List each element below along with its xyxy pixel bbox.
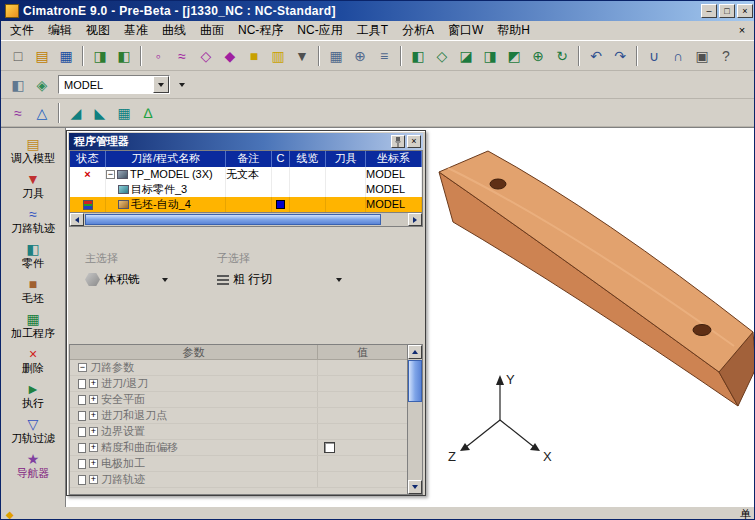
- transparency-icon[interactable]: ◨: [479, 45, 501, 67]
- filter-dropdown-icon[interactable]: ▼: [291, 45, 313, 67]
- ucs-icon[interactable]: ∪: [643, 45, 665, 67]
- menu-analysis[interactable]: 分析A: [395, 20, 441, 41]
- export-icon[interactable]: ◧: [113, 45, 135, 67]
- table-row[interactable]: 毛坯-自动_4MODEL: [70, 197, 422, 212]
- pick-solid-icon[interactable]: ◆: [219, 45, 241, 67]
- chevron-down-icon[interactable]: [153, 76, 169, 93]
- model-hole-right[interactable]: [693, 325, 711, 336]
- expand-icon[interactable]: +: [89, 443, 98, 452]
- sidebar-item-toolpath[interactable]: ≈刀路轨迹: [2, 206, 64, 235]
- column-header-0[interactable]: 状态: [70, 151, 106, 167]
- open-icon[interactable]: ▤: [31, 45, 53, 67]
- param-row[interactable]: +进刀/退刀: [70, 376, 422, 392]
- expand-icon[interactable]: +: [89, 475, 98, 484]
- param-checkbox[interactable]: [324, 442, 335, 453]
- menu-surface[interactable]: 曲面: [193, 20, 231, 41]
- scroll-up-button[interactable]: [408, 345, 422, 359]
- shaded-view-icon[interactable]: ◧: [407, 45, 429, 67]
- zoom-fit-icon[interactable]: ⊕: [527, 45, 549, 67]
- sidebar-item-delete[interactable]: ×删除: [2, 346, 64, 375]
- snap-icon[interactable]: ⊕: [349, 45, 371, 67]
- column-header-4[interactable]: 线览: [290, 151, 326, 167]
- coordinate-list-dropdown[interactable]: [171, 74, 193, 96]
- pick-surface-icon[interactable]: ◇: [195, 45, 217, 67]
- sidebar-item-stock[interactable]: ■毛坯: [2, 276, 64, 305]
- measure-icon[interactable]: ≡: [373, 45, 395, 67]
- sidebar-item-part[interactable]: ◧零件: [2, 241, 64, 270]
- sub-selection-value[interactable]: 粗 行切: [217, 271, 346, 288]
- param-row[interactable]: +精度和曲面偏移: [70, 440, 422, 456]
- menu-edit[interactable]: 编辑: [41, 20, 79, 41]
- scroll-left-button[interactable]: [70, 213, 84, 226]
- expand-icon[interactable]: +: [89, 395, 98, 404]
- sidebar-item-tool[interactable]: ▼刀具: [2, 171, 64, 200]
- pick-curve-icon[interactable]: ≈: [171, 45, 193, 67]
- vertical-scrollbar[interactable]: [407, 345, 422, 494]
- scroll-down-button[interactable]: [408, 480, 422, 494]
- pick-layer-icon[interactable]: ▥: [267, 45, 289, 67]
- sidebar-item-execute[interactable]: ►执行: [2, 381, 64, 410]
- expand-icon[interactable]: +: [89, 427, 98, 436]
- menu-window[interactable]: 窗口W: [441, 20, 490, 41]
- scroll-right-button[interactable]: [408, 213, 422, 226]
- import-icon[interactable]: ◨: [89, 45, 111, 67]
- expand-icon[interactable]: +: [89, 411, 98, 420]
- sidebar-item-machining-program[interactable]: ▦加工程序: [2, 311, 64, 340]
- panel-title-bar[interactable]: 程序管理器 ×: [69, 133, 423, 150]
- column-header-2[interactable]: 备注: [226, 151, 272, 167]
- menu-nc-application[interactable]: NC-应用: [290, 20, 349, 41]
- close-button[interactable]: ×: [737, 4, 753, 18]
- menu-curve[interactable]: 曲线: [155, 20, 193, 41]
- save-icon[interactable]: ▦: [55, 45, 77, 67]
- table-row[interactable]: ×−TP_MODEL (3X)无文本MODEL: [70, 167, 422, 182]
- horizontal-scrollbar[interactable]: [70, 212, 422, 226]
- menu-help[interactable]: 帮助H: [490, 20, 537, 41]
- menu-datum[interactable]: 基准: [117, 20, 155, 41]
- menu-view[interactable]: 视图: [79, 20, 117, 41]
- table-row[interactable]: 目标零件_3MODEL: [70, 182, 422, 197]
- panel-close-button[interactable]: ×: [407, 135, 421, 148]
- menu-tools[interactable]: 工具T: [350, 20, 395, 41]
- trim-surface-icon[interactable]: ◣: [89, 102, 111, 124]
- section-view-icon[interactable]: ◩: [503, 45, 525, 67]
- new-icon[interactable]: □: [7, 45, 29, 67]
- param-row[interactable]: +进刀和退刀点: [70, 408, 422, 424]
- sidebar-item-toolpath-filter[interactable]: ▽刀轨过滤: [2, 416, 64, 445]
- column-header-5[interactable]: 刀具: [326, 151, 366, 167]
- primary-selection-value[interactable]: 体积铣: [85, 271, 172, 288]
- wireframe-view-icon[interactable]: ◇: [431, 45, 453, 67]
- rotate-view-icon[interactable]: ↻: [551, 45, 573, 67]
- chevron-down-icon[interactable]: [332, 273, 346, 287]
- redo-icon[interactable]: ↷: [609, 45, 631, 67]
- expand-icon[interactable]: +: [89, 459, 98, 468]
- param-row[interactable]: −刀路参数: [70, 360, 422, 376]
- dimension-icon[interactable]: △: [31, 102, 53, 124]
- screen-display-icon[interactable]: ◧: [7, 74, 29, 96]
- param-row[interactable]: +刀路轨迹: [70, 472, 422, 488]
- normal-icon[interactable]: ∆: [137, 102, 159, 124]
- coordinate-system-combo[interactable]: MODEL: [58, 75, 170, 94]
- model-hole-left[interactable]: [490, 179, 506, 189]
- collapse-icon[interactable]: −: [78, 363, 87, 372]
- sidebar-item-load-model[interactable]: ▤调入模型: [2, 136, 64, 165]
- menu-nc-program[interactable]: NC-程序: [231, 20, 290, 41]
- grid-icon[interactable]: ▦: [325, 45, 347, 67]
- param-row[interactable]: +电极加工: [70, 456, 422, 472]
- column-header-3[interactable]: C: [272, 151, 290, 167]
- cascade-icon[interactable]: ▣: [691, 45, 713, 67]
- menu-file[interactable]: 文件: [3, 20, 41, 41]
- sketch-icon[interactable]: ≈: [7, 102, 29, 124]
- title-bar[interactable]: CimatronE 9.0 - Pre-Beta - [j1330_NC : N…: [1, 1, 755, 21]
- pick-point-icon[interactable]: ◦: [147, 45, 169, 67]
- expand-icon[interactable]: +: [89, 379, 98, 388]
- param-row[interactable]: +边界设置: [70, 424, 422, 440]
- model-top-face[interactable]: [439, 151, 753, 372]
- color-swatch[interactable]: [276, 200, 285, 209]
- chevron-down-icon[interactable]: [158, 273, 172, 287]
- minimize-button[interactable]: –: [701, 4, 717, 18]
- vscrollbar-thumb[interactable]: [408, 360, 422, 402]
- pin-button[interactable]: [391, 135, 405, 148]
- undo-icon[interactable]: ↶: [585, 45, 607, 67]
- wcs-icon[interactable]: ∩: [667, 45, 689, 67]
- param-row[interactable]: +安全平面: [70, 392, 422, 408]
